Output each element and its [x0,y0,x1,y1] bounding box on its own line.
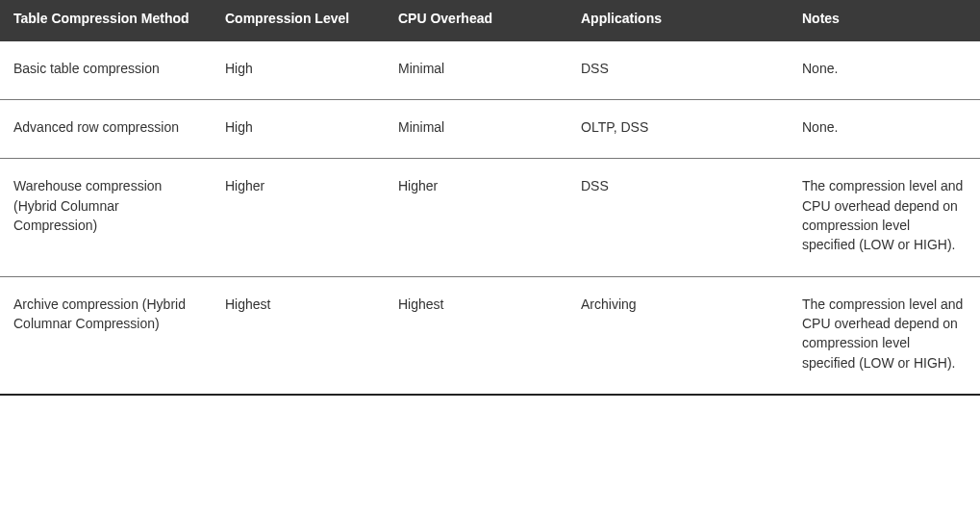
table-header: Table Compression Method Compression Lev… [0,0,980,41]
cell-level: Highest [212,276,385,395]
compression-table: Table Compression Method Compression Lev… [0,0,980,396]
cell-level: High [212,100,385,159]
table-container: Table Compression Method Compression Lev… [0,0,980,396]
cell-apps: DSS [567,41,789,100]
cell-method: Warehouse compression (Hybrid Columnar C… [0,159,212,276]
cell-notes: None. [789,41,980,100]
cell-cpu: Minimal [385,41,567,100]
cell-apps: Archiving [567,276,789,395]
table-row: Advanced row compression High Minimal OL… [0,100,980,159]
header-cpu: CPU Overhead [385,0,567,41]
cell-notes: The compression level and CPU overhead d… [789,276,980,395]
cell-cpu: Highest [385,276,567,395]
header-level: Compression Level [212,0,385,41]
header-row: Table Compression Method Compression Lev… [0,0,980,41]
table-row: Archive compression (Hybrid Columnar Com… [0,276,980,395]
header-method: Table Compression Method [0,0,212,41]
table-body: Basic table compression High Minimal DSS… [0,41,980,395]
header-notes: Notes [789,0,980,41]
cell-cpu: Minimal [385,100,567,159]
cell-apps: OLTP, DSS [567,100,789,159]
cell-cpu: Higher [385,159,567,276]
cell-notes: None. [789,100,980,159]
cell-notes: The compression level and CPU overhead d… [789,159,980,276]
table-row: Basic table compression High Minimal DSS… [0,41,980,100]
cell-method: Archive compression (Hybrid Columnar Com… [0,276,212,395]
cell-method: Basic table compression [0,41,212,100]
cell-apps: DSS [567,159,789,276]
cell-level: Higher [212,159,385,276]
cell-method: Advanced row compression [0,100,212,159]
table-row: Warehouse compression (Hybrid Columnar C… [0,159,980,276]
header-apps: Applications [567,0,789,41]
cell-level: High [212,41,385,100]
